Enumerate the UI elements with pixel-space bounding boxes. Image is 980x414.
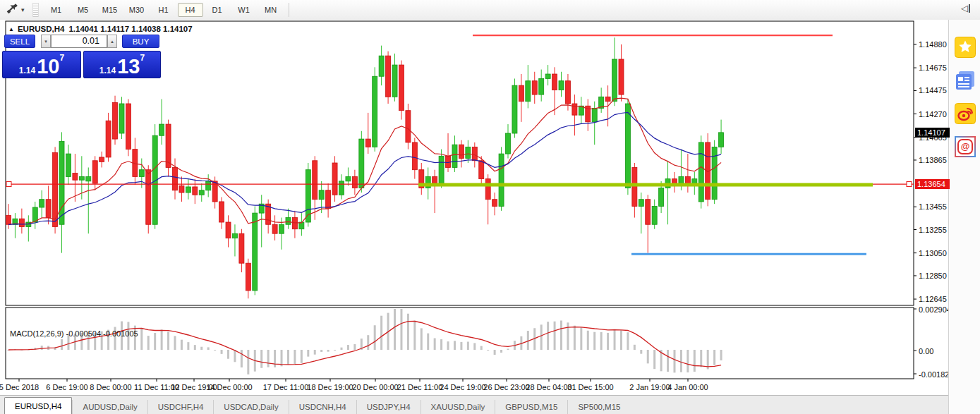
price-axis-label: 1.13255 xyxy=(919,226,947,234)
price-axis-label: 1.14880 xyxy=(919,40,947,49)
chart-tab-bar: EURUSD,H4AUDUSD,DailyUSDCHF,H4USDCAD,Dai… xyxy=(0,395,948,414)
bid-prefix: 1.14 xyxy=(19,66,35,75)
time-axis-label: 4 Jan 00:00 xyxy=(667,383,708,391)
volume-input[interactable]: 0.01 xyxy=(51,35,107,48)
macd-plot-border xyxy=(6,308,914,379)
collapse-bar-icon xyxy=(969,4,970,13)
time-axis-label: 24 Dec 19:00 xyxy=(440,383,485,391)
buy-button[interactable]: BUY xyxy=(122,35,159,48)
collapse-arrow-icon: ◁ xyxy=(961,3,968,13)
timeframe-toolbar: ▾ M1M5M15M30H1H4D1W1MN ◁ xyxy=(0,0,980,20)
macd-value-signal: -0.001005 xyxy=(103,329,138,338)
one-click-trading-panel: SELL ▾ 0.01 ▴ BUY 1.14 10 7 1.14 13 7 xyxy=(2,35,162,80)
timeframe-button-d1[interactable]: D1 xyxy=(205,3,230,17)
price-axis-label: 1.14270 xyxy=(919,110,947,118)
time-axis-label: 31 Dec 15:00 xyxy=(567,383,613,391)
price-axis-label: 1.14675 xyxy=(919,63,947,72)
price-axis-label: 1.13455 xyxy=(919,202,947,211)
price-axis-label: 1.13050 xyxy=(919,249,947,257)
timeframe-button-w1[interactable]: W1 xyxy=(231,3,257,17)
chart-tab-usdcad-daily[interactable]: USDCAD,Daily xyxy=(213,400,288,414)
chart-tab-usdcnh-h4[interactable]: USDCNH,H4 xyxy=(289,400,356,414)
toolbar-grip xyxy=(32,3,39,17)
bid-big-digits: 10 xyxy=(37,57,59,75)
time-axis-label: 2 Jan 19:00 xyxy=(629,383,670,391)
mt4-window: ▾ M1M5M15M30H1H4D1W1MN ◁ ▲EURUSD,H41.140… xyxy=(0,0,980,414)
price-axis-label: 1.12645 xyxy=(919,295,947,303)
timeframe-button-m15[interactable]: M15 xyxy=(97,3,123,17)
toolbar-separator xyxy=(289,3,289,17)
chart-symbol-label: EURUSD,H4 xyxy=(18,25,64,33)
time-axis-label: 26 Dec 23:00 xyxy=(483,383,529,391)
chart-window[interactable]: ▲EURUSD,H41.14041 1.14117 1.14038 1.1410… xyxy=(0,20,948,414)
chart-tab-usdjpy-h4[interactable]: USDJPY,H4 xyxy=(356,400,421,414)
hline-price-badge: 1.13654 xyxy=(915,179,950,189)
price-axis-label: 1.13865 xyxy=(919,156,947,164)
time-axis-label: 28 Dec 04:00 xyxy=(526,383,571,391)
chart-tab-gbpusd-m15[interactable]: GBPUSD,M15 xyxy=(495,400,567,414)
chart-ohlc-values: 1.14041 1.14117 1.14038 1.14107 xyxy=(68,25,192,33)
at-glyph: @ xyxy=(957,139,973,154)
ask-prefix: 1.14 xyxy=(99,66,116,75)
time-axis-label: 17 Dec 11:00 xyxy=(263,383,309,391)
news-icon[interactable] xyxy=(955,70,976,91)
favorites-star-icon[interactable] xyxy=(955,37,976,58)
time-axis-label: 5 Dec 2018 xyxy=(0,383,39,391)
email-icon[interactable]: @ xyxy=(955,136,976,157)
current-price-badge: 1.14107 xyxy=(915,128,950,138)
timeframe-button-m5[interactable]: M5 xyxy=(71,3,96,17)
price-axis-label: 1.12850 xyxy=(919,272,947,280)
expand-triangle-icon[interactable]: ▲ xyxy=(8,26,14,32)
time-axis-label: 18 Dec 19:00 xyxy=(307,383,353,391)
sell-price-button[interactable]: 1.14 10 7 xyxy=(2,51,81,78)
sell-button[interactable]: SELL xyxy=(4,35,35,48)
chart-tab-sp500-m15[interactable]: SP500,M15 xyxy=(567,400,630,414)
right-sidebar: @ xyxy=(948,20,980,414)
time-axis-label: 6 Dec 19:00 xyxy=(46,383,87,391)
time-axis-label: 20 Dec 00:00 xyxy=(352,383,398,391)
volume-decrease-button[interactable]: ▾ xyxy=(41,35,51,48)
macd-signal-line xyxy=(8,322,721,367)
chart-tab-audusd-daily[interactable]: AUDUSD,Daily xyxy=(72,400,147,414)
timeframe-button-m1[interactable]: M1 xyxy=(44,3,69,17)
macd-value-main: -0.000504 xyxy=(66,329,101,338)
timeframe-button-h1[interactable]: H1 xyxy=(151,3,176,17)
chart-windows-button[interactable]: ▾ xyxy=(4,1,27,18)
macd-label: MACD(12,26,9) -0.000504 -0.001005 xyxy=(10,329,138,338)
chart-header: ▲EURUSD,H41.14041 1.14117 1.14038 1.1410… xyxy=(8,25,193,33)
timeframe-button-h4[interactable]: H4 xyxy=(178,3,203,17)
macd-title: MACD(12,26,9) xyxy=(10,329,63,338)
chart-tab-usdchf-h4[interactable]: USDCHF,H4 xyxy=(147,400,214,414)
weibo-icon[interactable] xyxy=(955,103,976,124)
ask-pip-digit: 7 xyxy=(140,53,145,63)
ema-slow-line xyxy=(8,113,721,225)
bid-pip-digit: 7 xyxy=(59,53,64,63)
ema-fast-line xyxy=(8,98,721,224)
tile-charts-icon xyxy=(6,3,19,17)
macd-axis-label: 0.002904 xyxy=(919,305,951,314)
ask-big-digits: 13 xyxy=(117,57,140,75)
line-handle-right xyxy=(907,182,912,187)
line-handle-left xyxy=(6,182,11,187)
volume-increase-button[interactable]: ▴ xyxy=(107,35,117,48)
time-axis-label: 8 Dec 00:00 xyxy=(90,383,131,391)
timeframe-button-m30[interactable]: M30 xyxy=(124,3,150,17)
chart-tab-eurusd-h4[interactable]: EURUSD,H4 xyxy=(4,397,72,414)
chevron-down-icon[interactable]: ▾ xyxy=(21,6,25,13)
macd-axis-label: 0.00 xyxy=(919,347,933,355)
timeframe-button-mn[interactable]: MN xyxy=(258,3,284,17)
time-axis-label: 21 Dec 11:00 xyxy=(397,383,443,391)
timeframe-buttons: M1M5M15M30H1H4D1W1MN xyxy=(43,3,284,17)
price-axis-label: 1.14475 xyxy=(919,86,947,95)
chart-tab-xauusd-daily[interactable]: XAUUSD,Daily xyxy=(421,400,495,414)
collapse-panel-button[interactable]: ◁ xyxy=(961,3,970,13)
buy-price-button[interactable]: 1.14 13 7 xyxy=(83,51,161,78)
time-axis-label: 14 Dec 00:00 xyxy=(206,383,252,391)
